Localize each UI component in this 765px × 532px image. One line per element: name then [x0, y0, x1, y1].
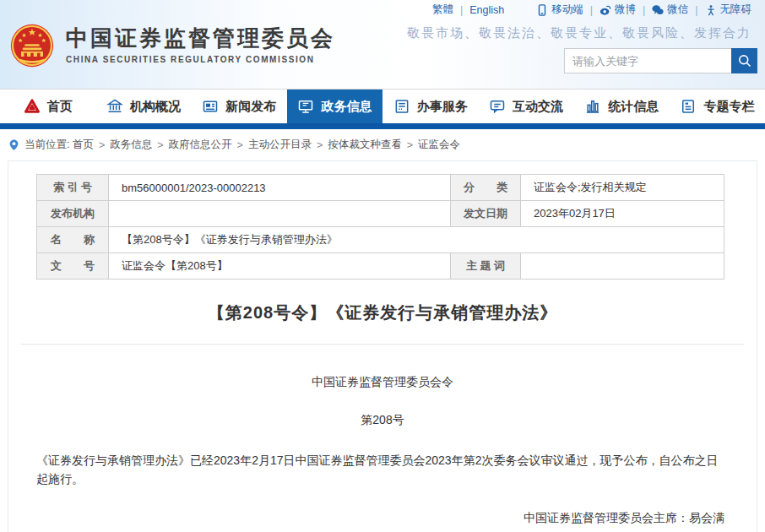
meta-label-org: 发布机构 [37, 201, 109, 227]
site-subtitle: CHINA SECURITIES REGULATORY COMMISSION [66, 55, 335, 64]
separator: | [695, 4, 697, 16]
mobile-icon [536, 4, 548, 16]
nav-label: 机构概况 [130, 99, 181, 115]
meta-value-pubdate: 2023年02月17日 [521, 201, 724, 227]
nav-item-services[interactable]: 办事服务 [382, 90, 478, 123]
nav-label: 办事服务 [417, 99, 468, 115]
bank-icon [106, 98, 123, 115]
lang-link-traditional[interactable]: 繁體 [432, 3, 453, 17]
nav-item-news[interactable]: 新闻发布 [192, 90, 287, 123]
article-paragraph: 《证券发行与承销管理办法》已经2023年2月17日中国证券监督管理委员会2023… [36, 451, 726, 489]
breadcrumb-item-gov-info[interactable]: 政务信息 [110, 138, 152, 152]
breadcrumb-separator: > [157, 139, 163, 151]
clipboard-list-icon [393, 98, 410, 115]
article-title: 【第208号令】《证券发行与承销管理办法》 [8, 301, 757, 324]
nav-item-statistics[interactable]: 统计信息 [574, 90, 670, 123]
meta-label-index: 索 引 号 [37, 175, 109, 201]
breadcrumb-item-home[interactable]: 首页 [73, 138, 94, 152]
meta-value-docno: 证监会令【第208号】 [109, 253, 451, 280]
quick-link-accessibility[interactable]: 无障碍 [705, 3, 752, 17]
lang-link-english[interactable]: English [469, 4, 504, 16]
content-card: 索 引 号 bm56000001/2023-00002213 分 类 证监会令;… [8, 160, 757, 532]
bar-chart-icon [584, 98, 601, 115]
document-icon [680, 98, 697, 115]
search-bar [564, 48, 757, 73]
lang-link-label: English [469, 4, 504, 16]
nav-label: 统计信息 [608, 99, 659, 115]
meta-value-keywords [521, 253, 724, 280]
nav-item-home[interactable]: 首页 [0, 90, 95, 123]
breadcrumb-separator: > [407, 139, 413, 151]
table-row: 文 号 证监会令【第208号】 主 题 词 [37, 253, 724, 280]
article-number-line: 第208号 [8, 413, 757, 428]
breadcrumb-separator: > [99, 139, 105, 151]
breadcrumb-item-catalog[interactable]: 主动公开目录 [248, 138, 312, 152]
newspaper-icon [202, 98, 219, 115]
search-input[interactable] [564, 48, 731, 73]
nav-label: 新闻发布 [225, 99, 276, 115]
quick-link-wechat[interactable]: 微信 [652, 3, 688, 17]
table-row: 索 引 号 bm56000001/2023-00002213 分 类 证监会令;… [37, 175, 724, 201]
breadcrumb-separator: > [317, 139, 323, 151]
quick-link-label: 微信 [667, 3, 688, 17]
search-icon [737, 53, 752, 68]
national-emblem-icon [10, 22, 54, 69]
meta-label-category: 分 类 [451, 175, 521, 201]
quick-link-label: 无障碍 [720, 3, 752, 17]
lang-link-label: 繁體 [432, 3, 453, 17]
nav-label: 首页 [47, 99, 73, 115]
search-button[interactable] [731, 48, 757, 73]
site-slogan: 敬畏市场、敬畏法治、敬畏专业、敬畏风险、发挥合力 [407, 25, 751, 41]
nav-item-about[interactable]: 机构概况 [95, 90, 191, 123]
site-logo[interactable]: 中国证券监督管理委员会 CHINA SECURITIES REGULATORY … [10, 22, 335, 69]
monitor-icon [297, 98, 314, 115]
separator: | [460, 4, 463, 16]
location-pin-icon [8, 138, 19, 152]
meta-value-org [109, 201, 451, 227]
quick-link-weibo[interactable]: 微博 [600, 3, 636, 17]
separator: | [643, 4, 645, 16]
article-signature: 中国证券监督管理委员会主席：易会满 [8, 511, 724, 526]
meta-label-docno: 文 号 [37, 253, 109, 280]
table-row: 发布机构 发文日期 2023年02月17日 [37, 201, 724, 227]
nav-item-topics[interactable]: 专题专栏 [670, 90, 765, 123]
wechat-icon [652, 4, 664, 16]
divider [21, 344, 744, 345]
quick-link-label: 移动端 [551, 3, 583, 17]
breadcrumb-item-doc-type[interactable]: 按体裁文种查看 [328, 138, 402, 152]
breadcrumb-separator: > [237, 139, 243, 151]
document-meta-table: 索 引 号 bm56000001/2023-00002213 分 类 证监会令;… [36, 174, 724, 280]
chat-bubble-icon [489, 98, 506, 115]
main-nav: 首页 机构概况 新闻发布 政务信息 [0, 89, 765, 123]
meta-label-keywords: 主 题 词 [451, 253, 521, 280]
weibo-icon [600, 4, 611, 16]
nav-item-government-info[interactable]: 政务信息 [287, 90, 382, 123]
breadcrumb-item-disclosure[interactable]: 政府信息公开 [169, 138, 232, 152]
site-title-block: 中国证券监督管理委员会 CHINA SECURITIES REGULATORY … [66, 22, 335, 64]
nav-label: 政务信息 [321, 99, 372, 115]
breadcrumb: 当前位置: 首页 > 政务信息 > 政府信息公开 > 主动公开目录 > 按体裁文… [0, 129, 765, 160]
article-issuer-line: 中国证券监督管理委员会令 [8, 375, 757, 390]
nav-label: 专题专栏 [703, 99, 754, 115]
breadcrumb-prefix: 当前位置: [24, 138, 69, 152]
meta-value-category: 证监会令;发行相关规定 [521, 175, 724, 201]
top-links: 繁體 | English 移动端 | 微博 | [432, 3, 751, 17]
table-row: 名 称 【第208号令】《证券发行与承销管理办法》 [37, 227, 724, 253]
meta-label-name: 名 称 [37, 227, 109, 253]
quick-link-mobile[interactable]: 移动端 [536, 3, 583, 17]
csrc-logo-icon [24, 98, 41, 115]
quick-link-label: 微博 [615, 3, 636, 17]
accessibility-icon [705, 4, 717, 16]
nav-label: 互动交流 [513, 99, 563, 115]
meta-value-name: 【第208号令】《证券发行与承销管理办法》 [109, 227, 724, 253]
site-title: 中国证券监督管理委员会 [66, 25, 335, 52]
page: 中国证券监督管理委员会 CHINA SECURITIES REGULATORY … [0, 0, 765, 532]
meta-value-index: bm56000001/2023-00002213 [109, 175, 451, 201]
separator: | [590, 4, 593, 16]
nav-accent-strip [0, 123, 765, 129]
meta-label-pubdate: 发文日期 [451, 201, 521, 227]
site-header: 中国证券监督管理委员会 CHINA SECURITIES REGULATORY … [0, 0, 765, 89]
breadcrumb-item-current: 证监会令 [418, 138, 460, 152]
nav-item-interaction[interactable]: 互动交流 [478, 90, 573, 123]
